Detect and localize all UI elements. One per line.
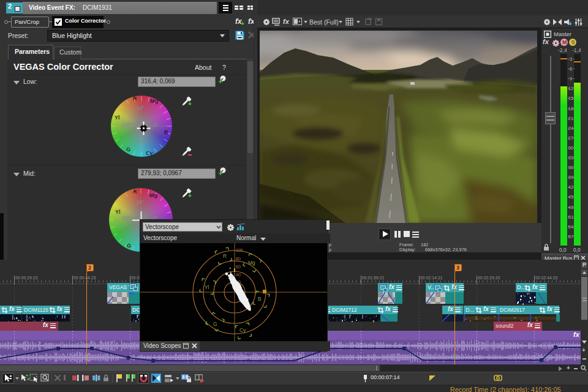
svg-text:G: G bbox=[213, 321, 217, 327]
svg-text:Mg: Mg bbox=[248, 260, 255, 266]
svg-text:R: R bbox=[223, 253, 227, 259]
svg-text:80: 80 bbox=[236, 257, 241, 261]
svg-text:Cy: Cy bbox=[239, 327, 246, 333]
svg-text:40: 40 bbox=[236, 273, 241, 277]
svg-text:B: B bbox=[258, 296, 262, 302]
svg-text:100: 100 bbox=[236, 248, 243, 252]
svg-text:Yl: Yl bbox=[205, 284, 209, 290]
svg-text:60: 60 bbox=[236, 265, 241, 269]
